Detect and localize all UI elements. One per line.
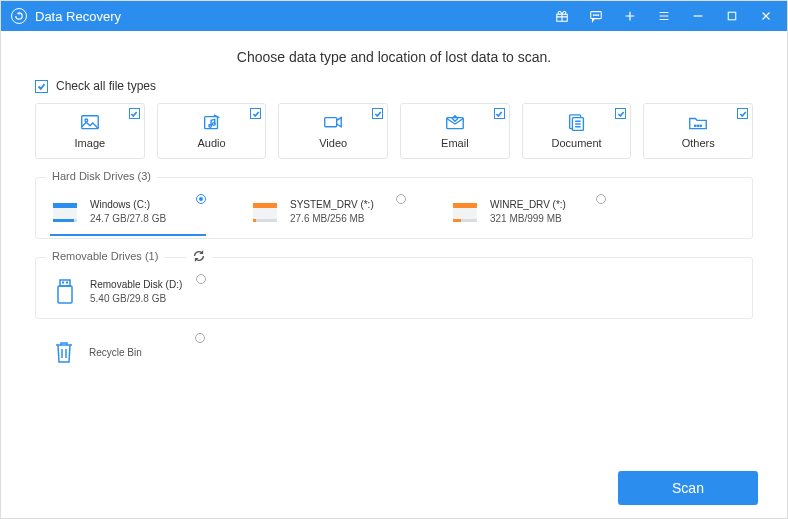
hdd-group-label: Hard Disk Drives (3)	[46, 170, 157, 182]
minimize-button[interactable]	[685, 3, 711, 29]
page-heading: Choose data type and location of lost da…	[35, 49, 753, 65]
video-icon	[322, 113, 344, 133]
hdd-group: Hard Disk Drives (3) Windows (C:)24.7 GB…	[35, 177, 753, 239]
type-email-checkbox[interactable]	[494, 108, 505, 119]
recycle-bin-label: Recycle Bin	[89, 347, 142, 358]
hdd-drive[interactable]: WINRE_DRV (*:)321 MB/999 MB	[450, 198, 600, 228]
folder-icon	[687, 113, 709, 133]
hdd-drive[interactable]: Windows (C:)24.7 GB/27.8 GB	[50, 198, 200, 228]
type-audio[interactable]: Audio	[157, 103, 267, 159]
svg-rect-25	[256, 219, 277, 222]
hdd-drive-name: SYSTEM_DRV (*:)	[290, 198, 400, 212]
email-icon	[444, 113, 466, 133]
window-title: Data Recovery	[35, 9, 121, 24]
removable-drive[interactable]: Removable Disk (D:) 5.40 GB/29.8 GB	[50, 278, 200, 308]
svg-rect-19	[53, 203, 77, 208]
check-all-checkbox[interactable]	[35, 80, 48, 93]
svg-rect-29	[461, 219, 477, 222]
type-image[interactable]: Image	[35, 103, 145, 159]
type-others-checkbox[interactable]	[737, 108, 748, 119]
scan-button[interactable]: Scan	[618, 471, 758, 505]
svg-rect-24	[253, 219, 256, 222]
svg-rect-32	[62, 282, 64, 284]
hdd-drive-radio[interactable]	[396, 194, 406, 204]
svg-point-4	[598, 15, 599, 16]
svg-rect-20	[53, 219, 74, 222]
drive-icon	[250, 198, 280, 228]
svg-rect-12	[447, 118, 463, 129]
hdd-drive-usage: 321 MB/999 MB	[490, 212, 600, 226]
removable-group: Removable Drives (1) Removable Disk (D:)…	[35, 257, 753, 319]
svg-point-15	[695, 125, 696, 126]
drive-icon	[50, 198, 80, 228]
maximize-button[interactable]	[719, 3, 745, 29]
svg-point-16	[697, 125, 698, 126]
type-document-checkbox[interactable]	[615, 108, 626, 119]
svg-point-2	[593, 15, 594, 16]
type-audio-label: Audio	[197, 137, 225, 149]
app-logo-icon	[11, 8, 27, 24]
type-document-label: Document	[551, 137, 601, 149]
svg-rect-5	[728, 12, 736, 20]
menu-icon[interactable]	[651, 3, 677, 29]
check-all-label: Check all file types	[56, 79, 156, 93]
document-icon	[566, 113, 588, 133]
svg-point-10	[212, 123, 215, 126]
type-image-label: Image	[75, 137, 106, 149]
svg-rect-23	[253, 203, 277, 208]
audio-icon	[201, 113, 223, 133]
check-all-row[interactable]: Check all file types	[35, 79, 753, 93]
svg-point-9	[208, 124, 211, 127]
svg-rect-31	[58, 286, 72, 303]
type-video[interactable]: Video	[278, 103, 388, 159]
svg-rect-27	[453, 203, 477, 208]
removable-drive-name: Removable Disk (D:)	[90, 278, 200, 292]
image-icon	[79, 113, 101, 133]
svg-rect-33	[66, 282, 68, 284]
type-audio-checkbox[interactable]	[250, 108, 261, 119]
gift-icon[interactable]	[549, 3, 575, 29]
feedback-icon[interactable]	[583, 3, 609, 29]
titlebar: Data Recovery	[1, 1, 787, 31]
hdd-drive-usage: 27.6 MB/256 MB	[290, 212, 400, 226]
removable-drive-radio[interactable]	[196, 274, 206, 284]
hdd-drive-name: WINRE_DRV (*:)	[490, 198, 600, 212]
svg-rect-11	[325, 118, 337, 127]
type-email[interactable]: Email	[400, 103, 510, 159]
close-button[interactable]	[753, 3, 779, 29]
svg-rect-28	[453, 219, 461, 222]
usb-icon	[50, 278, 80, 308]
hdd-drive-usage: 24.7 GB/27.8 GB	[90, 212, 200, 226]
plus-icon[interactable]	[617, 3, 643, 29]
trash-icon	[49, 337, 79, 367]
hdd-drive-radio[interactable]	[596, 194, 606, 204]
type-document[interactable]: Document	[522, 103, 632, 159]
removable-group-label: Removable Drives (1)	[46, 250, 164, 262]
svg-rect-30	[60, 280, 70, 286]
type-email-label: Email	[441, 137, 469, 149]
file-type-grid: Image Audio Video Email Document Others	[35, 103, 753, 159]
recycle-bin-radio[interactable]	[195, 333, 205, 343]
removable-drive-usage: 5.40 GB/29.8 GB	[90, 292, 200, 306]
hdd-drive-name: Windows (C:)	[90, 198, 200, 212]
hdd-drive[interactable]: SYSTEM_DRV (*:)27.6 MB/256 MB	[250, 198, 400, 228]
type-others-label: Others	[682, 137, 715, 149]
svg-point-3	[595, 15, 596, 16]
type-others[interactable]: Others	[643, 103, 753, 159]
type-video-label: Video	[319, 137, 347, 149]
recycle-bin-option[interactable]: Recycle Bin	[49, 337, 199, 367]
svg-point-17	[700, 125, 701, 126]
hdd-drive-radio[interactable]	[196, 194, 206, 204]
svg-rect-21	[74, 219, 77, 222]
drive-icon	[450, 198, 480, 228]
type-video-checkbox[interactable]	[372, 108, 383, 119]
type-image-checkbox[interactable]	[129, 108, 140, 119]
refresh-button[interactable]	[186, 249, 212, 267]
